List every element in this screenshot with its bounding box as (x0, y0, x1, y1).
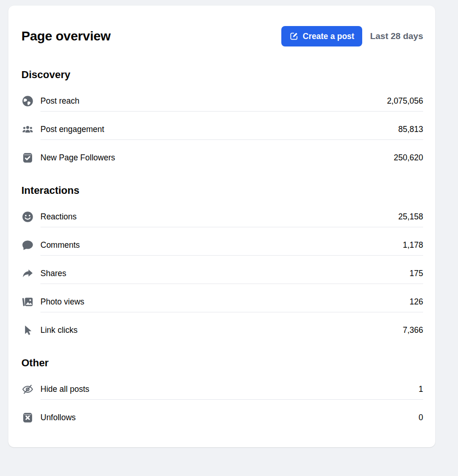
section-title: Other (21, 356, 423, 370)
header-actions: Create a post Last 28 days (281, 26, 423, 46)
section-title: Interactions (21, 184, 423, 198)
metric-label: Photo views (40, 297, 84, 307)
people-icon (21, 119, 40, 139)
metric-value: 85,813 (398, 125, 423, 134)
metric-value: 25,158 (398, 212, 423, 222)
metric-label: Post reach (40, 96, 80, 106)
section-title: Discovery (21, 68, 423, 82)
create-post-label: Create a post (303, 32, 354, 41)
metric-row: Unfollows 0 (21, 407, 423, 428)
metrics-sections: Discovery Post reach 2,075,056 Post enga… (21, 68, 423, 428)
page-title: Page overview (21, 29, 111, 44)
metric-label: Comments (40, 240, 80, 250)
metric-value: 126 (410, 297, 423, 307)
metric-label: Shares (40, 269, 66, 278)
metric-value: 175 (410, 269, 423, 278)
smiley-icon (21, 206, 40, 227)
metric-value: 2,075,056 (387, 96, 423, 106)
follower-check-icon (21, 147, 40, 168)
section-rows: Post reach 2,075,056 Post engagement 85,… (21, 91, 423, 168)
metric-label: Hide all posts (40, 384, 89, 394)
page-background: Page overview Create a post Last 28 days… (0, 0, 458, 476)
metric-label: Unfollows (40, 413, 76, 423)
metric-label: New Page Followers (40, 153, 115, 163)
comment-icon (21, 235, 40, 255)
globe-icon (21, 91, 40, 111)
metric-label: Link clicks (40, 325, 78, 335)
metric-value: 250,620 (394, 153, 423, 163)
metric-row: New Page Followers 250,620 (21, 147, 423, 168)
metric-row: Link clicks 7,366 (21, 320, 423, 340)
metric-row: Post reach 2,075,056 (21, 91, 423, 112)
photo-icon (21, 291, 40, 312)
metrics-section: Discovery Post reach 2,075,056 Post enga… (21, 68, 423, 168)
metrics-section: Other Hide all posts 1 Unfollows 0 (21, 356, 423, 428)
eye-slash-icon (21, 379, 40, 399)
section-rows: Hide all posts 1 Unfollows 0 (21, 379, 423, 428)
create-post-button[interactable]: Create a post (281, 26, 362, 46)
metric-row: Post engagement 85,813 (21, 119, 423, 140)
metric-row: Shares 175 (21, 263, 423, 284)
metrics-section: Interactions Reactions 25,158 Comments 1… (21, 184, 423, 340)
metric-row: Photo views 126 (21, 291, 423, 312)
metric-value: 1 (418, 384, 423, 394)
metric-row: Hide all posts 1 (21, 379, 423, 400)
section-rows: Reactions 25,158 Comments 1,178 Shares 1… (21, 206, 423, 340)
metric-label: Post engagement (40, 125, 104, 134)
metric-row: Reactions 25,158 (21, 206, 423, 227)
metric-row: Comments 1,178 (21, 235, 423, 256)
compose-icon (289, 32, 299, 41)
page-overview-card: Page overview Create a post Last 28 days… (8, 6, 435, 447)
metric-value: 7,366 (403, 325, 423, 335)
metric-value: 1,178 (403, 240, 423, 250)
cursor-icon (21, 320, 40, 340)
date-range-label: Last 28 days (370, 31, 423, 41)
unfollow-x-icon (21, 407, 40, 428)
share-arrow-icon (21, 263, 40, 284)
metric-value: 0 (418, 413, 423, 423)
metric-label: Reactions (40, 212, 77, 222)
card-header: Page overview Create a post Last 28 days (21, 26, 423, 46)
